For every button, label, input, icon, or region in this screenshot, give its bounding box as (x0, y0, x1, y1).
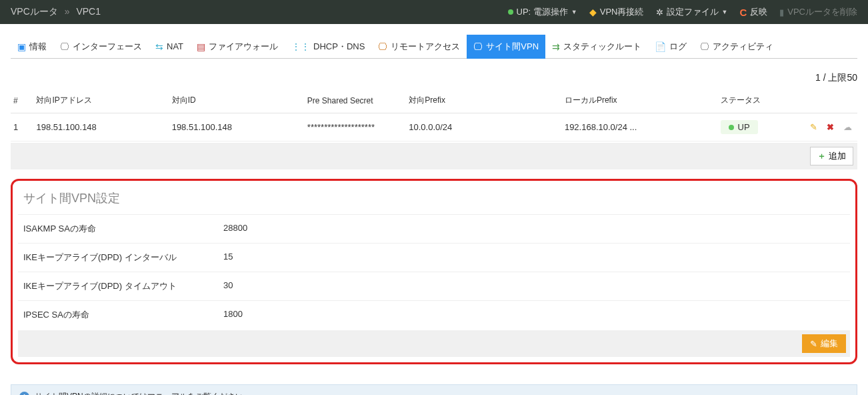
edit-settings-button[interactable]: ✎ 編集 (802, 334, 846, 353)
apply-button[interactable]: C 反映 (739, 6, 767, 18)
tab-interface[interactable]: 🖵インターフェース (53, 35, 149, 59)
row-count: 1 / 上限50 (11, 72, 857, 84)
tab-label: NAT (167, 41, 183, 51)
cell-peer-prefix: 10.0.0.0/24 (403, 113, 559, 141)
nat-icon: ⇆ (155, 41, 163, 52)
dhcp-icon: ⋮⋮ (291, 41, 310, 52)
add-button[interactable]: ＋ 追加 (810, 147, 853, 165)
vpn-icon: 🖵 (473, 41, 483, 52)
setting-row: IKEキープアライブ(DPD) タイムアウト 30 (18, 272, 850, 300)
info-icon: i (19, 392, 29, 395)
setting-row: IPSEC SAの寿命 1800 (18, 300, 850, 329)
delete-label: VPCルータを削除 (787, 6, 857, 18)
table-header-row: # 対向IPアドレス 対向ID Pre Shared Secret 対向Pref… (11, 88, 857, 113)
table-row: 1 198.51.100.148 198.51.100.148 ********… (11, 113, 857, 141)
vpn-reconnect-label: VPN再接続 (600, 6, 644, 18)
tab-label: ファイアウォール (209, 41, 278, 53)
col-peer-prefix: 対向Prefix (403, 88, 559, 113)
tab-label: サイト間VPN (486, 41, 539, 53)
chevron-down-icon: ▼ (722, 9, 728, 15)
vpn-settings-panel: サイト間VPN設定 ISAKMP SAの寿命 28800 IKEキープアライブ(… (11, 179, 857, 364)
plus-icon: ＋ (817, 150, 826, 162)
status-dot-icon (508, 9, 513, 15)
trash-icon: ▮ (779, 7, 784, 17)
status-badge: UP (721, 120, 758, 134)
warning-icon: ◆ (589, 7, 597, 17)
firewall-icon: ▤ (197, 41, 205, 52)
config-file-menu[interactable]: ✲ 設定ファイル ▼ (656, 6, 728, 18)
cell-psk: ******************** (302, 113, 403, 141)
apply-label: 反映 (750, 6, 767, 18)
tab-dhcp-dns[interactable]: ⋮⋮DHCP・DNS (285, 35, 371, 59)
setting-label: IKEキープアライブ(DPD) インターバル (23, 252, 223, 264)
route-icon: ⇉ (552, 41, 560, 52)
col-local-prefix: ローカルPrefix (559, 88, 715, 113)
tab-label: DHCP・DNS (313, 41, 365, 53)
setting-row: ISAKMP SAの寿命 28800 (18, 214, 850, 243)
tab-label: ログ (669, 41, 687, 53)
info-icon: ▣ (17, 41, 26, 52)
cloud-row-button[interactable]: ☁ (843, 122, 852, 132)
tab-static-route[interactable]: ⇉スタティックルート (545, 35, 648, 59)
tab-remote-access[interactable]: 🖵リモートアクセス (371, 35, 467, 59)
power-label: UP: 電源操作 (517, 6, 568, 18)
col-num: # (11, 88, 31, 113)
add-label: 追加 (829, 150, 846, 162)
breadcrumb-root[interactable]: VPCルータ (11, 6, 58, 17)
tab-bar: ▣情報 🖵インターフェース ⇆NAT ▤ファイアウォール ⋮⋮DHCP・DNS … (11, 35, 857, 59)
tab-activity[interactable]: 🖵アクティビティ (693, 35, 780, 59)
tab-firewall[interactable]: ▤ファイアウォール (190, 35, 285, 59)
cell-actions: ✎ ✖ ☁ (789, 113, 857, 141)
tab-log[interactable]: 📄ログ (648, 35, 693, 59)
delete-row-button[interactable]: ✖ (827, 122, 834, 132)
vpn-settings-title: サイト間VPN設定 (18, 187, 850, 214)
edit-row-button[interactable]: ✎ (810, 122, 817, 132)
setting-value: 1800 (223, 309, 243, 321)
tab-label: アクティビティ (713, 41, 773, 53)
cell-peer-id: 198.51.100.148 (167, 113, 302, 141)
cell-status: UP (715, 113, 790, 141)
tab-site-vpn[interactable]: 🖵サイト間VPN (467, 35, 545, 59)
interface-icon: 🖵 (60, 41, 69, 52)
col-peer-ip: 対向IPアドレス (31, 88, 166, 113)
setting-value: 28800 (223, 223, 247, 235)
pencil-icon: ✎ (810, 339, 817, 349)
vpn-reconnect-button[interactable]: ◆ VPN再接続 (589, 6, 644, 18)
col-actions (789, 88, 857, 113)
vpn-peers-table: # 対向IPアドレス 対向ID Pre Shared Secret 対向Pref… (11, 88, 857, 141)
chevron-down-icon: ▼ (571, 9, 577, 15)
edit-label: 編集 (821, 338, 838, 350)
tab-label: インターフェース (73, 41, 142, 53)
tab-info[interactable]: ▣情報 (11, 35, 53, 59)
delete-router-button: ▮ VPCルータを削除 (779, 6, 857, 18)
tab-label: リモートアクセス (391, 41, 460, 53)
config-file-label: 設定ファイル (667, 6, 719, 18)
add-bar: ＋ 追加 (11, 143, 857, 169)
setting-value: 15 (223, 252, 233, 264)
breadcrumb-current: VPC1 (76, 6, 101, 17)
breadcrumb: VPCルータ » VPC1 (11, 6, 101, 18)
setting-label: ISAKMP SAの寿命 (23, 223, 223, 235)
cell-local-prefix: 192.168.10.0/24 ... (559, 113, 715, 141)
log-icon: 📄 (655, 41, 666, 52)
tab-nat[interactable]: ⇆NAT (149, 35, 190, 59)
col-psk: Pre Shared Secret (302, 88, 403, 113)
refresh-icon: C (739, 7, 747, 18)
setting-label: IKEキープアライブ(DPD) タイムアウト (23, 280, 223, 292)
edit-bar: ✎ 編集 (18, 330, 850, 357)
activity-icon: 🖵 (700, 41, 709, 52)
info-strip: i サイト間VPNの詳細についてはマニュアルをご覧ください。 (11, 384, 857, 395)
cell-num: 1 (11, 113, 31, 141)
setting-value: 30 (223, 280, 233, 292)
col-peer-id: 対向ID (167, 88, 302, 113)
setting-row: IKEキープアライブ(DPD) インターバル 15 (18, 243, 850, 272)
setting-label: IPSEC SAの寿命 (23, 309, 223, 321)
top-bar: VPCルータ » VPC1 UP: 電源操作 ▼ ◆ VPN再接続 ✲ 設定ファ… (0, 0, 868, 24)
status-dot-icon (729, 125, 734, 130)
col-status: ステータス (715, 88, 790, 113)
top-actions: UP: 電源操作 ▼ ◆ VPN再接続 ✲ 設定ファイル ▼ C 反映 ▮ VP… (508, 6, 857, 18)
status-text: UP (738, 122, 750, 132)
power-menu[interactable]: UP: 電源操作 ▼ (508, 6, 577, 18)
cell-peer-ip: 198.51.100.148 (31, 113, 166, 141)
tab-label: 情報 (29, 41, 47, 53)
